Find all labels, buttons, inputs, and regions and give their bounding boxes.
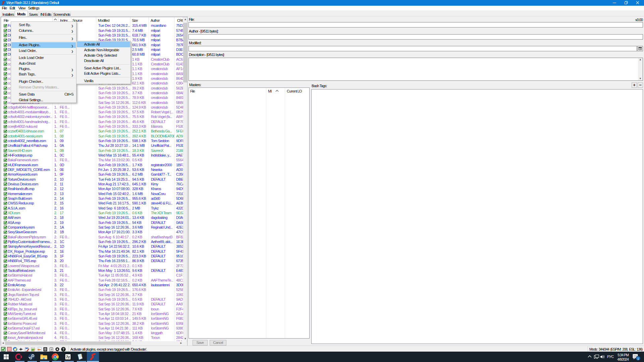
svg-text:?: ? — [62, 348, 64, 351]
svg-text:1: 1 — [637, 357, 639, 360]
svg-text:7z: 7z — [66, 355, 70, 359]
